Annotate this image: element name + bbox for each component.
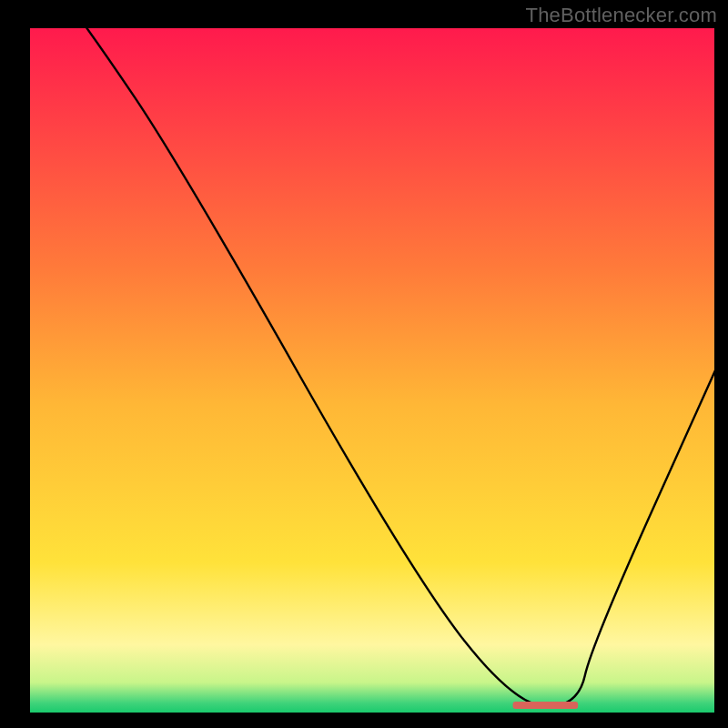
bottleneck-curve-chart [0, 0, 728, 728]
minimum-marker [513, 702, 579, 709]
chart-container [0, 0, 728, 728]
watermark-text: TheBottlenecker.com [526, 4, 717, 27]
plot-background-gradient [29, 27, 715, 713]
